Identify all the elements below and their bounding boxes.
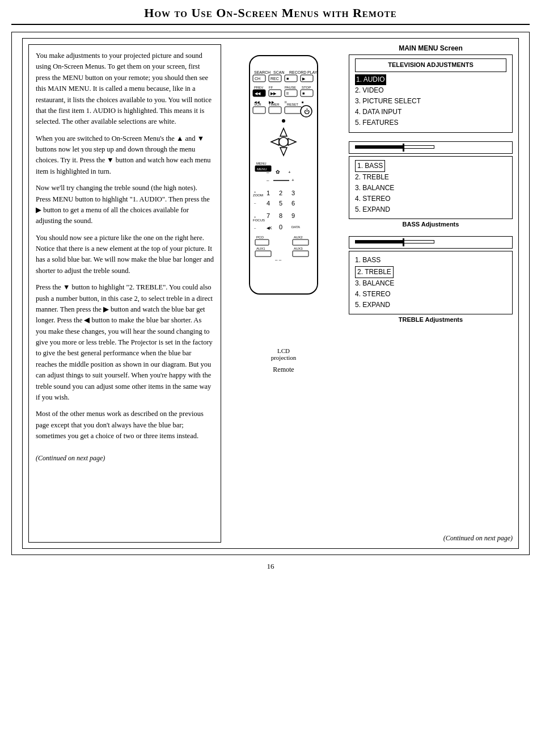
svg-text:SCAN: SCAN xyxy=(273,70,284,74)
bass-menu-item-2: 2. TREBLE xyxy=(355,172,506,183)
svg-text:VCR: VCR xyxy=(254,103,261,106)
left-column: You make adjustments to your projected p… xyxy=(28,44,221,543)
svg-text:⏻: ⏻ xyxy=(304,108,310,115)
svg-rect-77 xyxy=(293,251,308,257)
svg-rect-75 xyxy=(255,251,271,257)
main-menu-item-4: 4. DATA INPUT xyxy=(355,107,506,117)
svg-text:▶▶: ▶▶ xyxy=(270,91,277,95)
svg-text:– –: – – xyxy=(275,257,282,262)
page-title: How to Use On-Screen Menus with Remote xyxy=(11,6,530,25)
svg-text:CH: CH xyxy=(255,77,260,81)
svg-text:■: ■ xyxy=(302,100,304,104)
svg-text:REC: REC xyxy=(270,77,279,81)
tv-adjustments-title: TELEVISION ADJUSTMENTS xyxy=(355,58,506,72)
bass-slider-box xyxy=(349,141,513,154)
svg-text:AUX1: AUX1 xyxy=(256,247,265,250)
bass-slider-fill xyxy=(356,146,403,148)
bottom-continued-right: (Continued on next page) xyxy=(349,523,513,543)
svg-text:5: 5 xyxy=(279,200,282,207)
svg-text:DATA: DATA xyxy=(291,225,300,229)
svg-text:7: 7 xyxy=(267,212,270,219)
svg-text:FOCUS: FOCUS xyxy=(253,219,265,222)
para-1: You make adjustments to your projected p… xyxy=(36,51,214,128)
main-menu-item-2: 2. VIDEO xyxy=(355,85,506,96)
svg-text:PAUSE: PAUSE xyxy=(285,86,296,89)
svg-rect-71 xyxy=(255,240,269,245)
main-menu-title: MAIN MENU Screen xyxy=(349,44,513,52)
svg-point-42 xyxy=(279,137,288,146)
svg-text:PREV: PREV xyxy=(254,86,263,89)
main-menu-item-5: 5. FEATURES xyxy=(355,117,506,128)
svg-rect-34 xyxy=(285,107,302,114)
treble-slider-box xyxy=(349,236,513,249)
treble-slider-marker xyxy=(403,238,404,246)
remote-svg: SEARCH SCAN RECORD PLAY CH REC ■ ▶ xyxy=(238,50,329,345)
para-6: Most of the other menus work as describe… xyxy=(36,409,214,442)
svg-rect-73 xyxy=(293,240,308,245)
bass-slider-row xyxy=(355,145,506,149)
remote-label-text: Remote xyxy=(273,366,294,374)
svg-text:1: 1 xyxy=(267,190,270,196)
para-3: Now we'll try changing the treble sound … xyxy=(36,183,214,227)
bass-menu-item-4: 4. STEREO xyxy=(355,194,506,204)
main-menu-section: MAIN MENU Screen TELEVISION ADJUSTMENTS … xyxy=(349,44,513,133)
bass-menu-section: 1. BASS 2. TREBLE 3. BALANCE 4. STEREO 5… xyxy=(349,141,513,228)
bass-menu-box: 1. BASS 2. TREBLE 3. BALANCE 4. STEREO 5… xyxy=(349,156,513,220)
svg-text:ZOOM: ZOOM xyxy=(253,194,263,197)
svg-text:II: II xyxy=(286,91,289,95)
svg-text:9: 9 xyxy=(291,212,295,219)
bass-menu-item-1: 1. BASS xyxy=(355,160,506,172)
svg-text:0: 0 xyxy=(279,224,282,230)
treble-menu-item-1: 1. BASS xyxy=(355,255,506,266)
svg-text:PLAY: PLAY xyxy=(307,70,318,74)
treble-menu-item-3: 3. BALANCE xyxy=(355,278,506,289)
page-wrapper: How to Use On-Screen Menus with Remote Y… xyxy=(0,0,541,756)
svg-rect-32 xyxy=(253,107,265,114)
lcd-label: LCD projection xyxy=(271,347,297,361)
svg-text:3: 3 xyxy=(291,190,295,196)
svg-text:RECORD: RECORD xyxy=(289,70,306,74)
bass-adj-label: BASS Adjustments xyxy=(349,221,513,228)
content-border: You make adjustments to your projected p… xyxy=(11,32,530,555)
svg-text:–: – xyxy=(267,178,269,183)
bass-menu-item-5: 5. EXPAND xyxy=(355,204,506,215)
svg-text:–: – xyxy=(267,170,269,175)
svg-text:MENU: MENU xyxy=(256,162,267,165)
page-number: 16 xyxy=(11,562,530,571)
svg-text:STOP: STOP xyxy=(302,86,311,89)
para-5: Press the ▼ button to highlight "2. TREB… xyxy=(36,282,214,403)
main-menu-item-1: 1. AUDIO xyxy=(355,74,506,85)
svg-text:◀◀: ◀◀ xyxy=(255,91,261,95)
svg-text:+: + xyxy=(291,178,294,183)
para-2: When you are switched to On-Screen Menu'… xyxy=(36,133,214,178)
svg-text:◀K: ◀K xyxy=(267,226,272,230)
svg-text:✿: ✿ xyxy=(276,169,280,175)
svg-text:8: 8 xyxy=(279,212,282,219)
bass-menu-item-3: 3. BALANCE xyxy=(355,183,506,194)
continued-note: (Continued on next page) xyxy=(36,453,214,464)
treble-menu-item-5: 5. EXPAND xyxy=(355,300,506,310)
svg-text:TIMER: TIMER xyxy=(269,103,280,106)
svg-text:■: ■ xyxy=(286,77,289,81)
svg-point-37 xyxy=(282,119,285,123)
svg-rect-33 xyxy=(269,107,281,114)
main-menu-item-3: 3. PICTURE SELECT xyxy=(355,96,506,107)
svg-text:FF: FF xyxy=(269,86,273,89)
bass-slider-track xyxy=(355,145,434,149)
treble-menu-section: 1. BASS 2. TREBLE 3. BALANCE 4. STEREO 5… xyxy=(349,236,513,323)
treble-menu-item-2: 2. TREBLE xyxy=(355,266,506,278)
para-4: You should now see a picture like the on… xyxy=(36,233,214,277)
remote-container: SEARCH SCAN RECORD PLAY CH REC ■ ▶ xyxy=(238,50,329,374)
main-menu-box: TELEVISION ADJUSTMENTS 1. AUDIO 2. VIDEO… xyxy=(349,54,513,133)
svg-text:4: 4 xyxy=(267,200,270,207)
svg-text:2: 2 xyxy=(279,190,282,196)
svg-text:RESET: RESET xyxy=(287,103,298,106)
svg-text:SEARCH: SEARCH xyxy=(254,70,270,74)
treble-menu-box: 1. BASS 2. TREBLE 3. BALANCE 4. STEREO 5… xyxy=(349,251,513,314)
bass-slider-marker xyxy=(403,144,404,152)
main-content: You make adjustments to your projected p… xyxy=(22,38,519,549)
treble-menu-item-4: 4. STEREO xyxy=(355,289,506,300)
svg-text:MENU: MENU xyxy=(257,167,267,171)
svg-text:■: ■ xyxy=(302,91,305,95)
svg-text:AUX3: AUX3 xyxy=(294,247,303,250)
